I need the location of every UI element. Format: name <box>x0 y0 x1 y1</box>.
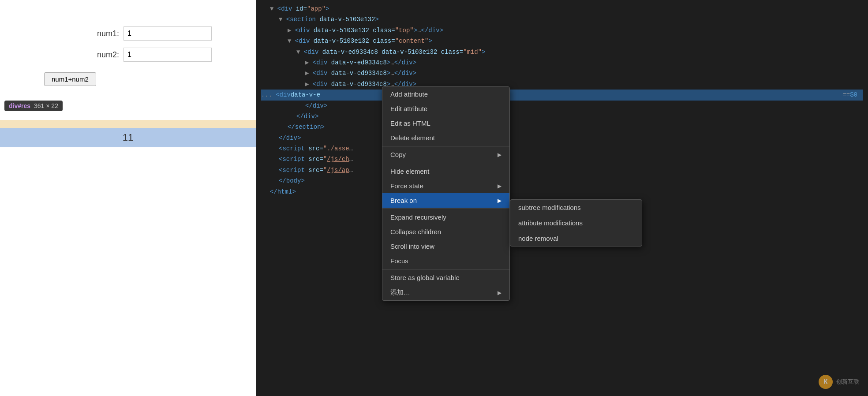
num2-row: num2: <box>9 48 247 62</box>
watermark-text: 创新互联 <box>836 378 859 386</box>
code-line: </div> <box>261 111 863 122</box>
num1-row: num1: <box>9 26 247 41</box>
result-value: 11 <box>123 132 133 143</box>
menu-item-delete-element[interactable]: Delete element <box>382 131 509 145</box>
calculate-button-row: num1+num2 <box>9 69 247 86</box>
submenu-arrow-icon: ▶ <box>498 183 501 189</box>
submenu-item-label: subtree modifications <box>518 204 581 211</box>
menu-item-store-global[interactable]: Store as global variable <box>382 270 509 285</box>
code-line: ▶ <div data-v-5103e132 class="top">…</di… <box>261 25 863 36</box>
menu-item-edit-as-html[interactable]: Edit as HTML <box>382 116 509 131</box>
menu-item-label: Break on <box>390 197 417 204</box>
code-line: ▶ <div data-v-ed9334c8>…</div> <box>261 79 863 90</box>
submenu-arrow-icon: ▶ <box>498 198 501 204</box>
submenu-item-label: attribute modifications <box>518 219 583 227</box>
tooltip-id: div#res <box>9 102 30 109</box>
element-tooltip: div#res 361 × 22 <box>4 101 63 111</box>
submenu-arrow-icon: ▶ <box>498 290 501 296</box>
code-line: <script src="./asse… <box>261 143 863 154</box>
code-line: </html> <box>261 187 863 197</box>
context-menu: Add attribute Edit attribute Edit as HTM… <box>382 86 510 301</box>
num1-label: num1: <box>88 29 119 38</box>
menu-item-label: Hide element <box>390 168 429 175</box>
menu-item-label: Scroll into view <box>390 243 434 250</box>
menu-item-label: Collapse children <box>390 228 441 235</box>
menu-item-hide-element[interactable]: Hide element <box>382 164 509 179</box>
num2-label: num2: <box>88 50 119 60</box>
menu-item-focus[interactable]: Focus <box>382 254 509 268</box>
num1-input[interactable] <box>123 26 212 41</box>
code-line: ▶ <div data-v-ed9334c8>…</div> <box>261 57 863 68</box>
code-line: </div> <box>261 101 863 111</box>
menu-separator <box>382 209 509 209</box>
menu-item-collapse-children[interactable]: Collapse children <box>382 224 509 239</box>
code-line: ▼ <div id="app"> <box>261 4 863 14</box>
menu-item-label: Store as global variable <box>390 274 460 281</box>
menu-item-expand-recursively[interactable]: Expand recursively <box>382 210 509 224</box>
menu-item-label: Edit as HTML <box>390 120 430 127</box>
menu-item-scroll-into-view[interactable]: Scroll into view <box>382 239 509 254</box>
submenu-item-label: node removal <box>518 235 558 242</box>
result-row: 11 <box>0 128 256 147</box>
code-line: ▶ <div data-v-ed9334c8>…</div> <box>261 68 863 78</box>
code-line: ▼ <div data-v-5103e132 class="content"> <box>261 36 863 46</box>
tooltip-size: 361 × 22 <box>34 102 58 109</box>
menu-separator <box>382 269 509 269</box>
code-line: </div> <box>261 133 863 143</box>
code-line: <script src="/js/ap… <box>261 165 863 176</box>
menu-item-label: Add attribute <box>390 90 428 98</box>
code-line: </body> <box>261 176 863 186</box>
submenu-item-subtree[interactable]: subtree modifications <box>510 200 642 215</box>
menu-item-label: Delete element <box>390 134 435 142</box>
watermark: K 创新互联 <box>819 375 859 389</box>
submenu-item-attribute[interactable]: attribute modifications <box>510 215 642 231</box>
submenu-break-on: subtree modifications attribute modifica… <box>510 199 642 247</box>
menu-item-label: Edit attribute <box>390 105 427 112</box>
menu-item-copy[interactable]: Copy ▶ <box>382 147 509 162</box>
app-form: num1: num2: num1+num2 <box>0 0 256 95</box>
code-line: <script src="/js/ch… <box>261 154 863 164</box>
menu-item-break-on[interactable]: Break on ▶ <box>382 193 509 208</box>
selected-code-line[interactable]: ... <div data-v-e == $0 <box>261 90 863 100</box>
menu-item-label: Expand recursively <box>390 213 446 221</box>
submenu-arrow-icon: ▶ <box>498 152 501 158</box>
menu-item-edit-attribute[interactable]: Edit attribute <box>382 101 509 116</box>
devtools-panel: ▼ <div id="app"> ▼ <section data-v-5103e… <box>256 0 868 396</box>
num2-input[interactable] <box>123 48 212 62</box>
app-preview-panel: num1: num2: num1+num2 div#res 361 × 22 1… <box>0 0 256 396</box>
menu-item-force-state[interactable]: Force state ▶ <box>382 179 509 193</box>
menu-separator <box>382 163 509 163</box>
menu-separator <box>382 146 509 146</box>
menu-item-label: Force state <box>390 182 423 190</box>
devtools-html-tree: ▼ <div id="app"> ▼ <section data-v-5103e… <box>256 0 868 201</box>
menu-item-add-attribute[interactable]: Add attribute <box>382 87 509 101</box>
menu-item-label: 添加… <box>390 288 410 297</box>
menu-item-label: Copy <box>390 151 406 158</box>
submenu-item-node-removal[interactable]: node removal <box>510 231 642 246</box>
watermark-logo: K <box>819 375 833 389</box>
menu-item-add-more[interactable]: 添加… ▶ <box>382 285 509 300</box>
code-line: ▼ <div data-v-ed9334c8 data-v-5103e132 c… <box>261 47 863 57</box>
code-line: </section> <box>261 122 863 132</box>
menu-item-label: Focus <box>390 257 408 265</box>
code-line: ▼ <section data-v-5103e132> <box>261 14 863 25</box>
calculate-button[interactable]: num1+num2 <box>44 72 96 86</box>
